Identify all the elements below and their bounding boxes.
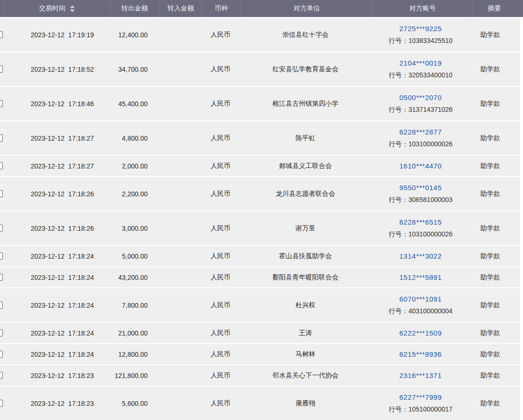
cell-counterparty: 榕江县古州镇第四小学 — [240, 87, 371, 120]
cell-out-amount: 12,400.00 — [110, 18, 159, 51]
account-link[interactable]: 6222***1509 — [399, 329, 442, 337]
row-checkbox[interactable] — [0, 225, 3, 232]
row-checkbox[interactable] — [0, 274, 3, 281]
cell-currency: 人民币 — [201, 344, 240, 364]
cell-counterparty: 马树林 — [240, 344, 371, 364]
cell-summary: 助学款 — [470, 121, 520, 155]
cell-currency: 人民币 — [201, 87, 240, 120]
cell-counterparty: 邻水县关心下一代协会 — [240, 365, 371, 386]
cell-summary: 助学款 — [470, 18, 520, 51]
cell-in-amount — [159, 267, 201, 287]
cell-summary: 助学款 — [470, 52, 520, 86]
cell-transaction-time: 2023-12-12 17:18:27 — [4, 121, 110, 155]
cell-counterparty-account: 2725***9225 行号：103833425510 — [371, 18, 470, 51]
cell-counterparty-account: 6070***1091 行号：403100000004 — [371, 288, 470, 322]
cell-currency: 人民币 — [201, 246, 240, 266]
cell-summary: 助学款 — [470, 344, 520, 364]
row-checkbox[interactable] — [0, 134, 3, 142]
account-link[interactable]: 6228***6515 — [399, 218, 442, 226]
checkbox-cell — [0, 344, 4, 364]
cell-transaction-time: 2023-12-12 17:18:24 — [4, 288, 110, 322]
cell-counterparty-account: 6227***7999 行号：105100000017 — [371, 386, 470, 420]
row-checkbox[interactable] — [0, 351, 3, 358]
row-checkbox[interactable] — [0, 372, 3, 379]
cell-out-amount: 2,200.00 — [110, 177, 159, 210]
bank-number-line: 行号：105100000017 — [388, 405, 452, 414]
account-link[interactable]: 9550***0145 — [399, 184, 442, 192]
checkbox-cell — [0, 121, 4, 155]
cell-summary: 助学款 — [470, 323, 520, 343]
cell-out-amount: 43,200.00 — [110, 267, 159, 287]
cell-out-amount: 5,600.00 — [110, 386, 159, 420]
checkbox-cell — [0, 386, 4, 420]
table-row: 2023-12-12 17:18:24 5,000.00 人民币 霍山县扶孤助学… — [0, 245, 520, 266]
cell-summary: 助学款 — [470, 177, 520, 210]
cell-summary: 助学款 — [470, 386, 520, 420]
cell-out-amount: 7,800.00 — [110, 288, 159, 322]
cell-in-amount — [159, 323, 201, 343]
cell-transaction-time: 2023-12-12 17:18:24 — [4, 267, 110, 287]
cell-transaction-time: 2023-12-12 17:18:24 — [4, 246, 110, 266]
cell-counterparty-account: 6228***2877 行号：103100000026 — [371, 121, 470, 155]
bank-number-line: 行号：320533400010 — [388, 71, 452, 80]
account-link[interactable]: 0500***2070 — [399, 93, 442, 101]
sort-icon[interactable] — [70, 5, 75, 12]
table-row: 2023-12-12 17:19:19 12,400.00 人民币 崇信县红十字… — [0, 17, 520, 51]
cell-counterparty-account: 2316***1371 — [371, 365, 470, 386]
cell-counterparty-account: 2104***0019 行号：320533400010 — [371, 52, 470, 86]
account-link[interactable]: 6070***1091 — [399, 295, 442, 303]
row-checkbox[interactable] — [0, 329, 3, 336]
row-checkbox[interactable] — [0, 100, 3, 107]
cell-currency: 人民币 — [201, 323, 240, 343]
table-row: 2023-12-12 17:18:27 2,000.00 人民币 郯城县义工联合… — [0, 155, 520, 176]
checkbox-cell — [0, 211, 4, 245]
account-link[interactable]: 2104***0019 — [399, 59, 442, 67]
cell-counterparty: 红安县弘学教育基金会 — [240, 52, 371, 86]
account-link[interactable]: 6227***7999 — [399, 393, 442, 401]
cell-currency: 人民币 — [201, 156, 240, 176]
account-link[interactable]: 1610***4470 — [399, 162, 442, 170]
cell-counterparty: 郯城县义工联合会 — [240, 156, 371, 176]
cell-counterparty-account: 1610***4470 — [371, 156, 470, 176]
checkbox-cell — [0, 323, 4, 343]
row-checkbox[interactable] — [0, 400, 3, 407]
account-link[interactable]: 2316***1371 — [399, 371, 442, 379]
account-link[interactable]: 1314***3022 — [399, 252, 442, 260]
cell-counterparty: 康雁翎 — [240, 386, 371, 420]
cell-counterparty: 杜兴权 — [240, 288, 371, 322]
account-link[interactable]: 2725***9225 — [399, 25, 442, 33]
table-row: 2023-12-12 17:18:24 21,000.00 人民币 王涛 622… — [0, 322, 520, 343]
row-checkbox[interactable] — [0, 190, 3, 197]
cell-in-amount — [159, 18, 201, 51]
bank-number-line: 行号：103100000026 — [388, 230, 452, 239]
row-checkbox[interactable] — [0, 31, 3, 38]
row-checkbox[interactable] — [0, 252, 3, 260]
cell-currency: 人民币 — [201, 121, 240, 155]
cell-transaction-time: 2023-12-12 17:18:23 — [4, 386, 110, 420]
header-counterparty: 对方单位 — [241, 0, 373, 17]
account-link[interactable]: 1512***5891 — [399, 273, 442, 281]
header-time-label: 交易时间 — [39, 4, 66, 13]
table-row: 2023-12-12 17:18:24 43,200.00 人民币 鄱阳县青年暖… — [0, 266, 520, 287]
account-link[interactable]: 6228***2877 — [399, 128, 442, 136]
bank-number-line: 行号：103100000026 — [388, 140, 452, 149]
row-checkbox[interactable] — [0, 162, 3, 169]
bank-number-line: 行号：306581000003 — [388, 196, 452, 204]
cell-out-amount: 34,700.00 — [110, 52, 159, 86]
cell-counterparty: 龙川县志愿者联合会 — [240, 177, 371, 210]
account-link[interactable]: 6215***8936 — [399, 350, 442, 358]
cell-transaction-time: 2023-12-12 17:18:24 — [4, 344, 110, 364]
cell-in-amount — [159, 246, 201, 266]
header-checkbox-cell — [0, 0, 4, 17]
checkbox-cell — [0, 267, 4, 287]
header-transaction-time[interactable]: 交易时间 — [4, 0, 110, 17]
cell-transaction-time: 2023-12-12 17:19:19 — [4, 18, 110, 51]
cell-counterparty: 霍山县扶孤助学会 — [240, 246, 371, 266]
cell-in-amount — [159, 52, 201, 86]
row-checkbox[interactable] — [0, 302, 3, 309]
table-row: 2023-12-12 17:18:46 45,400.00 人民币 榕江县古州镇… — [0, 86, 520, 120]
cell-currency: 人民币 — [201, 386, 240, 420]
cell-currency: 人民币 — [201, 18, 240, 51]
row-checkbox[interactable] — [0, 66, 3, 73]
cell-out-amount: 2,000.00 — [110, 156, 159, 176]
